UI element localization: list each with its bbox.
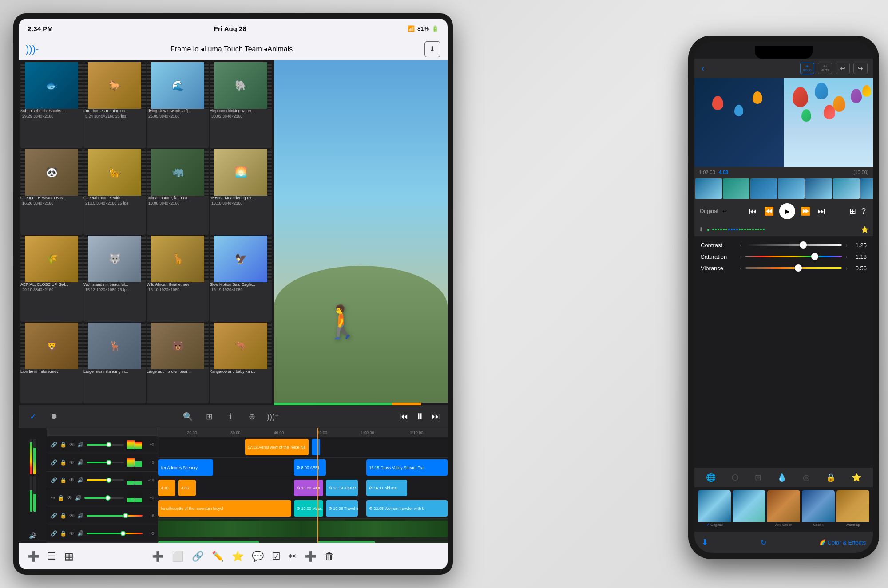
clip[interactable]: ⚙22.05 Woman traveler with b: [366, 500, 448, 517]
media-item[interactable]: 🦌 Large musk standing in...: [83, 323, 146, 403]
media-item[interactable]: 🐼 Chengdu Research Bas... 16.26 3840×216…: [20, 149, 83, 235]
delete-button[interactable]: 🗑: [325, 551, 334, 562]
plus-button[interactable]: ➕: [305, 551, 317, 562]
skip-back-button[interactable]: ⏮: [400, 411, 408, 422]
waveform-button[interactable]: )))⁺: [266, 410, 280, 424]
eye-icon[interactable]: 👁: [67, 495, 72, 501]
eye-icon[interactable]: 👁: [69, 477, 75, 483]
clip[interactable]: he silhouette of the mountain bicycl: [158, 500, 291, 517]
eye-icon[interactable]: 👁: [69, 442, 75, 448]
contrast-decrease[interactable]: ‹: [740, 241, 742, 249]
phone-play[interactable]: ▶: [779, 203, 795, 219]
lut-original[interactable]: ✓ Original: [698, 490, 731, 529]
back-button[interactable]: ‹: [700, 62, 706, 75]
volume-slider-a2[interactable]: [87, 533, 143, 534]
contrast-increase[interactable]: ›: [845, 241, 848, 249]
clip[interactable]: ⚙10.00 Mass a: [294, 500, 323, 517]
clip[interactable]: ⚙10.00 Mas: [294, 480, 323, 496]
arrow-icon[interactable]: ↪: [51, 495, 55, 501]
filter-tab-drop[interactable]: 💧: [774, 470, 789, 485]
vibrance-increase[interactable]: ›: [845, 264, 848, 272]
volume-slider-v4[interactable]: [84, 497, 124, 499]
audio-clip[interactable]: 🔊 7.00: [317, 541, 375, 543]
speed-button[interactable]: ⭐: [232, 551, 244, 562]
audio-clip[interactable]: 🔊 4.14: [158, 541, 259, 543]
eye-icon[interactable]: 👁: [69, 459, 75, 466]
clip[interactable]: ker Admires Scenery: [158, 459, 213, 476]
media-item[interactable]: 🦅 Slow Motion Bald Eagle... 16.19 1920×1…: [210, 236, 272, 322]
lock-icon[interactable]: 🔒: [60, 442, 67, 448]
media-item[interactable]: 🌾 AERIAL, CLOSE UP. Gol... 29.10 3840×21…: [20, 236, 83, 322]
vibrance-decrease[interactable]: ‹: [740, 264, 742, 272]
marker-button[interactable]: 💬: [252, 551, 264, 562]
undo-button[interactable]: ↩: [836, 63, 850, 74]
lock-icon[interactable]: 🔒: [60, 477, 67, 483]
add-marker-button[interactable]: ⊕: [245, 410, 259, 424]
redo-button[interactable]: ↪: [853, 63, 868, 74]
eye-icon[interactable]: 👁: [69, 513, 75, 519]
pencil-button[interactable]: ✏️: [212, 551, 224, 562]
link-button[interactable]: 🔗: [192, 551, 204, 562]
phone-layout-btn[interactable]: ⊞: [848, 205, 858, 218]
vibrance-slider[interactable]: [745, 267, 842, 269]
clip[interactable]: 4.10: [158, 480, 175, 496]
checkmark-button[interactable]: ✓: [26, 410, 40, 424]
link-icon[interactable]: 🔗: [51, 477, 57, 483]
clip[interactable]: ⚙8.00 AERI: [294, 459, 326, 476]
saturation-decrease[interactable]: ‹: [740, 253, 742, 260]
clip[interactable]: 17.12 Aerial view of the Teide Na: [245, 439, 309, 455]
audio-clip[interactable]: [158, 521, 448, 537]
media-item[interactable]: 🐘 Elephant drinking water... 30.02 3840×…: [210, 62, 272, 148]
audio-icon[interactable]: 🔊: [77, 459, 84, 466]
media-item[interactable]: 🌅 AERIAL Meandering riv... 13.18 3840×21…: [210, 149, 272, 235]
lut-item-2[interactable]: [733, 490, 765, 529]
lut-anti-green[interactable]: Anti-Green: [767, 490, 800, 529]
volume-slider-a1[interactable]: [87, 515, 143, 517]
cut-button[interactable]: ✂: [289, 551, 297, 562]
saturation-slider[interactable]: [745, 256, 842, 257]
phone-share-button[interactable]: ⬇: [702, 537, 708, 547]
filter-tab-star[interactable]: ⭐: [849, 470, 864, 485]
filter-tab-grid[interactable]: ⊞: [752, 470, 764, 485]
contrast-slider[interactable]: [745, 244, 842, 246]
skip-forward-button[interactable]: ⏭: [432, 411, 440, 422]
phone-fast-forward[interactable]: ⏩: [799, 205, 812, 218]
media-item[interactable]: 🐻 Large adult brown bear...: [147, 323, 209, 403]
audio-icon[interactable]: 🔊: [77, 477, 84, 483]
link-icon[interactable]: 🔗: [51, 459, 57, 466]
lut-warm-up[interactable]: Warm-up: [836, 490, 869, 529]
media-item[interactable]: 🦒 Wild African Giraffe.mov 16.10 1920×10…: [147, 236, 209, 322]
solo-button[interactable]: 👁 SOLO: [800, 63, 814, 74]
pause-button[interactable]: ⏸: [416, 411, 424, 422]
color-effects-button[interactable]: 🌈 Color & Effects: [819, 539, 866, 546]
checkbox-button[interactable]: ☑: [272, 551, 281, 562]
media-item[interactable]: 🌊 Flying slow towards a fj... 25.05 3840…: [147, 62, 209, 148]
link-icon[interactable]: 🔗: [51, 513, 57, 519]
lock-icon[interactable]: 🔒: [60, 530, 67, 537]
info-button[interactable]: ℹ: [223, 410, 238, 424]
audio-icon[interactable]: 🔊: [77, 530, 84, 537]
phone-skip-fwd[interactable]: ⏭: [816, 205, 827, 218]
filter-tab-lut[interactable]: 🌐: [703, 470, 718, 485]
clip[interactable]: ⚙10.19 Alps M: [326, 480, 358, 496]
download-button[interactable]: ⬇: [424, 41, 440, 57]
trim-button[interactable]: ⬜: [172, 551, 184, 562]
filter-tab-lock[interactable]: 🔒: [823, 470, 838, 485]
audio-icon[interactable]: 🔊: [77, 442, 84, 448]
saturation-increase[interactable]: ›: [845, 253, 848, 260]
list-button[interactable]: ⊞: [202, 410, 216, 424]
volume-slider-v3[interactable]: [87, 479, 124, 481]
add-track-button[interactable]: ➕: [28, 551, 40, 562]
record-button[interactable]: ⏺: [47, 410, 61, 424]
media-item[interactable]: 🐟 School Of Fish. Sharks... 29.29 3840×2…: [20, 62, 83, 148]
media-item[interactable]: 🐆 Cheetah mother with c... 21.15 3840×21…: [83, 149, 146, 235]
lut-cool-it[interactable]: Cool-it: [802, 490, 835, 529]
clip-grass-valley[interactable]: 16.15 Grass Valley Stream Tra: [366, 459, 448, 476]
add-button[interactable]: ➕: [152, 551, 164, 562]
audio-icon[interactable]: 🔊: [75, 495, 82, 501]
grid-view-button[interactable]: ▦: [64, 551, 74, 562]
eye-icon[interactable]: 👁: [69, 530, 75, 537]
media-item[interactable]: 🐎 Four horses running on... 5.24 3840×21…: [83, 62, 146, 148]
volume-slider-v2[interactable]: [87, 462, 124, 463]
link-icon[interactable]: 🔗: [51, 442, 57, 448]
